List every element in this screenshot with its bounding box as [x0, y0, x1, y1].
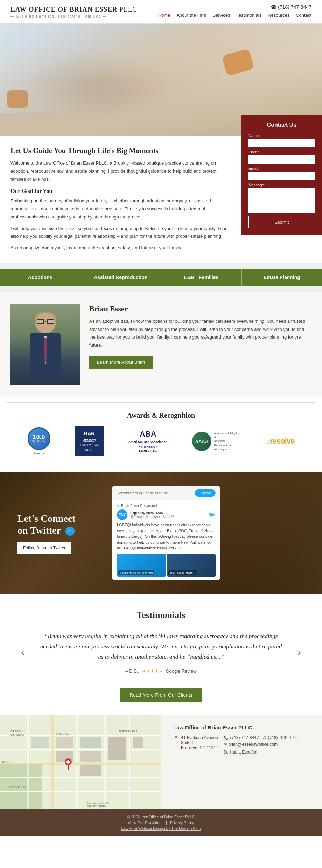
- tweet-item: ↺ Brian Esser Retweeted ENY Equality New…: [112, 500, 220, 580]
- tweet-handle: @EqualityNewYork · Nov 29: [130, 515, 174, 519]
- tweet-image-1: Derma Holcomb (She/Her): [117, 554, 166, 577]
- contact-form: Contact Us Name: Phone: Email: Message: …: [241, 115, 322, 235]
- privacy-link[interactable]: Privacy Policy: [170, 821, 194, 825]
- nav-contact[interactable]: Contact: [296, 13, 312, 19]
- adoptions-button[interactable]: Adoptions: [0, 269, 80, 286]
- footer-main: COBBLE HILL CARROLL: [0, 715, 322, 809]
- design-credit-link[interactable]: Law Firm Website Design by The Modern Fi…: [121, 826, 201, 831]
- logo-title: Law Office of Brian Esser PLLC: [10, 6, 137, 13]
- phone2-icon: 🖨: [262, 736, 266, 740]
- logo-subtitle: — Building Families, Protecting Families…: [10, 14, 137, 18]
- nav-services[interactable]: Services: [213, 13, 230, 19]
- firm-name: Law Office of Brian Esser PLLC: [173, 724, 310, 730]
- awards-logos: 10.0 Top Attorney Awards BAR MEMBER FAMI…: [18, 426, 304, 456]
- phone2: (718) 799-9170: [268, 735, 297, 740]
- award-nclr: BAR MEMBER FAMILY LAW NCLR: [75, 426, 104, 456]
- award-aba: ABA American Bar Association • MEMBER • …: [128, 428, 168, 454]
- footer-bottom: © 2022 Law Office of Brian Esser PLLC Vi…: [0, 809, 322, 836]
- phone-label: Phone:: [248, 150, 315, 154]
- disclaimer-link[interactable]: View Our Disclaimer: [128, 821, 163, 825]
- svg-text:New York Methodist: New York Methodist: [88, 802, 109, 804]
- testimonial-quote: “Brian was very helpful in explaining al…: [38, 631, 284, 674]
- lgbt-families-button[interactable]: LGBT Families: [161, 269, 242, 286]
- twitter-heading: Let's Connect on Twitter 🐦: [18, 513, 94, 536]
- testimonial-next-button[interactable]: ›: [298, 647, 301, 657]
- testimonial-source: Google Review: [166, 668, 196, 674]
- spanish-label: Se Habla Español: [224, 750, 297, 755]
- svg-text:CARROLL: CARROLL: [10, 730, 24, 733]
- phone-number[interactable]: ☎ (718) 747-8447: [271, 4, 312, 10]
- email-address: brian@esserlawoffice.com: [229, 742, 278, 747]
- address-line2: Suite 1: [181, 740, 218, 745]
- tweet-avatar: ENY: [117, 509, 127, 520]
- email-label: Email:: [248, 166, 315, 171]
- read-more-button[interactable]: Read More From Our Clients: [120, 688, 202, 702]
- phone1-icon: 📞: [224, 736, 229, 740]
- bio-photo: [10, 304, 80, 385]
- svg-text:Atlantic: Atlantic: [2, 761, 10, 763]
- tweet-images: Derma Holcomb (She/Her) Brian Esser (He/…: [117, 554, 216, 577]
- name-label: Name:: [248, 133, 315, 138]
- copyright: © 2022 Law Office of Brian Esser PLLC: [6, 815, 316, 819]
- tweet-image-2: Brian Esser (He/Him): [167, 554, 216, 577]
- estate-planning-button[interactable]: Estate Planning: [242, 269, 322, 286]
- map-svg: COBBLE HILL CARROLL: [0, 715, 161, 809]
- bio-description: As an adoptive dad, I know the options f…: [89, 318, 312, 349]
- address-line3: Brooklyn, NY 11217: [181, 745, 218, 750]
- message-label: Message:: [248, 183, 315, 187]
- testimonial-stars: ★★★★★: [142, 668, 163, 674]
- logo: Law Office of Brian Esser PLLC — Buildin…: [10, 6, 137, 18]
- phone-input[interactable]: [248, 155, 315, 164]
- contact-details: 📞 (718) 747-8447 🖨 (718) 799-9170 ✉ bria…: [224, 735, 297, 755]
- award-resolve: ©resolve: [267, 437, 294, 446]
- assisted-reproduction-button[interactable]: Assisted Reproduction: [80, 269, 161, 286]
- follow-twitter-button[interactable]: Follow Brian on Twitter: [18, 542, 71, 554]
- svg-text:Flatbush Ave: Flatbush Ave: [56, 733, 70, 735]
- twitter-follow-feed-button[interactable]: Follow: [195, 489, 216, 497]
- header-right: ☎ (718) 747-8447 Home About the Firm Ser…: [158, 4, 312, 19]
- bio-name: Brian Esser: [89, 304, 312, 313]
- main-nav: Home About the Firm Services Testimonial…: [158, 13, 312, 19]
- tweet-org-name: Equality New York: [130, 511, 163, 515]
- testimonial-slider: ‹ “Brian was very helpful in explaining …: [21, 631, 301, 674]
- main-section: Let Us Guide You Through Life's Big Mome…: [0, 136, 322, 263]
- svg-rect-19: [80, 737, 102, 748]
- site-header: Law Office of Brian Esser PLLC — Buildin…: [0, 0, 322, 24]
- service-buttons-bar: Adoptions Assisted Reproduction LGBT Fam…: [0, 263, 322, 292]
- map-area: COBBLE HILL CARROLL: [0, 715, 161, 809]
- twitter-feed-title: Tweets from @BrianEsserEsq: [117, 491, 168, 495]
- address-line1: 41 Flatbush Avenue: [181, 735, 218, 740]
- twitter-feed-widget: Tweets from @BrianEsserEsq Follow ↺ Bria…: [112, 486, 220, 580]
- logo-suffix: PLLC: [120, 6, 137, 13]
- address-block: 📍 41 Flatbush Avenue Suite 1 Brooklyn, N…: [173, 735, 218, 755]
- learn-more-button[interactable]: Learn More About Brian: [89, 356, 153, 369]
- twitter-text: Let's Connect on Twitter 🐦 Follow Brian …: [18, 513, 94, 554]
- twitter-brand-icon: 🐦: [209, 512, 216, 518]
- testimonials-section: Testimonials ‹ “Brian was very helpful i…: [0, 594, 322, 715]
- intro-paragraph: Welcome to the Law Office of Brian Esser…: [10, 159, 233, 183]
- nav-home[interactable]: Home: [158, 13, 170, 19]
- award-avvo: 10.0 Top Attorney Awards: [28, 427, 50, 455]
- nav-testimonials[interactable]: Testimonials: [237, 13, 262, 19]
- submit-button[interactable]: Submit: [248, 216, 315, 228]
- bio-section: Brian Esser As an adoptive dad, I know t…: [0, 292, 322, 397]
- name-input[interactable]: [248, 139, 315, 147]
- svg-rect-20: [80, 751, 102, 762]
- svg-rect-23: [133, 737, 144, 748]
- nav-resources[interactable]: Resources: [268, 13, 289, 19]
- svg-rect-22: [108, 737, 126, 760]
- location-icon: 📍: [173, 736, 179, 741]
- svg-point-28: [66, 760, 70, 764]
- twitter-bird-icon: 🐦: [65, 527, 75, 536]
- tweet-text: LGBTQI individuals have been under attac…: [117, 522, 216, 551]
- testimonial-prev-button[interactable]: ‹: [21, 647, 24, 657]
- main-text-content: Let Us Guide You Through Life's Big Mome…: [0, 136, 241, 263]
- email-icon: ✉: [224, 742, 227, 747]
- message-input[interactable]: [248, 188, 315, 213]
- svg-text:BOERUM HILL: BOERUM HILL: [119, 730, 138, 733]
- svg-text:COBBLE HILL: COBBLE HILL: [8, 786, 27, 789]
- nav-about[interactable]: About the Firm: [176, 13, 206, 19]
- svg-rect-21: [80, 765, 102, 776]
- email-input[interactable]: [248, 172, 315, 180]
- awards-title: Awards & Recognition: [18, 411, 304, 419]
